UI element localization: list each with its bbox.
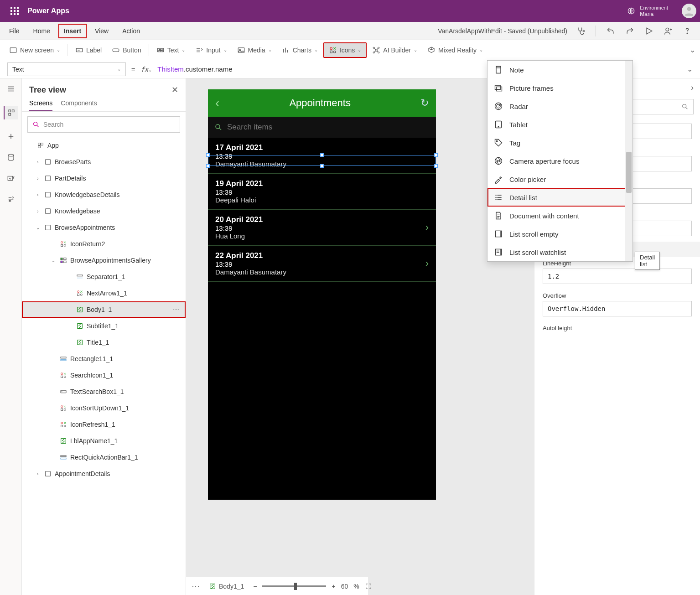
tree-row-PartDetails[interactable]: ›PartDetails [22, 170, 186, 186]
zoom-in-button[interactable]: + [332, 583, 335, 590]
icon-option-tablet[interactable]: Tablet [487, 115, 633, 134]
formula-input[interactable]: ThisItem.customer.name [157, 65, 232, 73]
undo-icon[interactable] [606, 26, 615, 36]
back-icon[interactable]: ‹ [215, 96, 219, 110]
svg-text:Abc: Abc [158, 49, 163, 52]
appointment-item[interactable]: 19 April 202113:39Deepali Haloi [208, 174, 436, 210]
hamburger-icon[interactable] [7, 85, 15, 93]
tree-search-input[interactable]: Search [27, 116, 180, 133]
data-icon[interactable] [7, 153, 15, 161]
tree-row-Title1_1[interactable]: Title1_1 [22, 334, 186, 351]
mixed-reality-button[interactable]: Mixed Reality⌄ [423, 43, 487, 57]
tree-row-App[interactable]: App [22, 137, 186, 154]
svg-rect-2 [17, 7, 19, 9]
props-chevron-icon[interactable]: › [691, 83, 694, 93]
ribbon-collapse-icon[interactable]: ⌄ [690, 46, 695, 54]
more-icon[interactable]: ⋯ [192, 581, 200, 591]
media-button[interactable]: Media⌄ [233, 43, 276, 57]
svg-rect-39 [46, 160, 51, 165]
tree-row-IconRefresh1_1[interactable]: IconRefresh1_1 [22, 416, 186, 433]
breadcrumb[interactable]: Body1_1 [209, 583, 244, 590]
fit-icon[interactable] [365, 583, 372, 590]
tree-row-NextArrow1_1[interactable]: NextArrow1_1 [22, 285, 186, 301]
tree-row-IconReturn2[interactable]: IconReturn2 [22, 236, 186, 252]
icon-option-list-scroll-watchlist[interactable]: List scroll watchlist [487, 243, 633, 261]
dropdown-scrollbar[interactable] [625, 61, 633, 261]
waffle-icon[interactable] [4, 7, 26, 15]
prop-lh[interactable]: 1.2 [543, 269, 692, 284]
tree-row-BrowseAppointmentsGallery[interactable]: ⌄BrowseAppointmentsGallery [22, 252, 186, 269]
play-icon[interactable] [644, 26, 653, 36]
svg-rect-50 [64, 261, 66, 263]
svg-rect-6 [10, 13, 12, 15]
appointment-item[interactable]: 22 April 202113:39Damayanti Basumatary› [208, 246, 436, 282]
menu-file[interactable]: File [4, 24, 25, 38]
avatar[interactable] [682, 4, 696, 18]
formula-expand-icon[interactable]: ⌄ [687, 65, 693, 73]
tree-row-TextSearchBox1_1[interactable]: TextSearchBox1_1 [22, 383, 186, 400]
svg-rect-47 [61, 258, 62, 260]
svg-rect-30 [12, 110, 14, 112]
tab-screens[interactable]: Screens [29, 99, 52, 111]
tree-row-Separator1_1[interactable]: Separator1_1 [22, 269, 186, 285]
svg-rect-72 [61, 458, 66, 459]
appointment-item[interactable]: 17 April 202113:39Damayanti Basumatary [208, 138, 436, 174]
redo-icon[interactable] [625, 26, 634, 36]
input-button[interactable]: Input⌄ [191, 43, 231, 57]
environment-picker[interactable]: Environment Maria [627, 5, 668, 17]
charts-button[interactable]: Charts⌄ [277, 43, 322, 57]
text-button[interactable]: Abc Text⌄ [152, 43, 190, 57]
settings-icon[interactable] [7, 195, 15, 203]
menu-view[interactable]: View [89, 24, 114, 38]
tree-row-AppointmentDetails[interactable]: ›AppointmentDetails [22, 466, 186, 482]
svg-point-44 [61, 242, 63, 243]
share-icon[interactable] [664, 26, 673, 36]
canvas[interactable]: ‹ Appointments ↻ Search items 17 April 2… [186, 78, 534, 595]
tree-row-SearchIcon1_1[interactable]: SearchIcon1_1 [22, 367, 186, 383]
new-screen-button[interactable]: New screen⌄ [5, 43, 65, 57]
icon-option-picture-frames[interactable]: Picture frames [487, 79, 633, 97]
icon-option-note[interactable]: Note [487, 61, 633, 79]
tree-row-KnowledgebaseDetails[interactable]: ›KnowledgebaseDetails [22, 186, 186, 203]
help-icon[interactable] [683, 26, 692, 36]
menu-action[interactable]: Action [117, 24, 145, 38]
zoom-slider[interactable] [262, 585, 326, 587]
icons-button[interactable]: Icons⌄ [323, 42, 367, 58]
icon-option-detail-list[interactable]: Detail list [487, 188, 633, 207]
tree-row-LblAppName1_1[interactable]: LblAppName1_1 [22, 433, 186, 449]
button-button[interactable]: Button [107, 43, 145, 57]
property-selector[interactable]: Text⌄ [7, 62, 126, 76]
tab-components[interactable]: Components [61, 99, 97, 111]
prop-ov[interactable]: Overflow.Hidden [543, 301, 692, 316]
tree-row-RectQuickActionBar1_1[interactable]: RectQuickActionBar1_1 [22, 449, 186, 466]
tree-row-Body1_1[interactable]: Body1_1⋯ [22, 301, 186, 318]
icon-option-list-scroll-empty[interactable]: List scroll empty [487, 225, 633, 243]
tree-row-Subtitle1_1[interactable]: Subtitle1_1 [22, 318, 186, 334]
tree-row-BrowseParts[interactable]: ›BrowseParts [22, 154, 186, 170]
phone-search[interactable]: Search items [208, 117, 436, 138]
menu-home[interactable]: Home [28, 24, 56, 38]
svg-rect-59 [61, 359, 66, 361]
appointment-item[interactable]: 20 April 202113:39Hua Long› [208, 210, 436, 246]
tree-row-Rectangle11_1[interactable]: Rectangle11_1 [22, 351, 186, 367]
tree-row-BrowseAppointments[interactable]: ⌄BrowseAppointments [22, 219, 186, 236]
zoom-out-button[interactable]: − [253, 583, 257, 590]
svg-rect-29 [9, 114, 11, 116]
icon-option-document-with-content[interactable]: Document with content [487, 207, 633, 225]
menu-insert[interactable]: Insert [58, 24, 87, 38]
icon-option-camera-aperture-focus[interactable]: Camera aperture focus [487, 152, 633, 170]
media-icon[interactable] [7, 174, 15, 182]
tree-view-icon[interactable] [4, 106, 18, 119]
tooltip: Detail list [635, 252, 660, 270]
refresh-icon[interactable]: ↻ [420, 97, 429, 109]
tree-row-IconSortUpDown1_1[interactable]: IconSortUpDown1_1 [22, 400, 186, 416]
ai-builder-button[interactable]: AI Builder⌄ [368, 43, 422, 57]
stethoscope-icon[interactable] [576, 26, 586, 36]
icon-option-color-picker[interactable]: Color picker [487, 170, 633, 188]
insert-icon[interactable] [7, 132, 15, 140]
icon-option-tag[interactable]: Tag [487, 134, 633, 152]
icon-option-radar[interactable]: Radar [487, 97, 633, 115]
label-button[interactable]: Label [71, 43, 106, 57]
close-icon[interactable]: ✕ [171, 85, 178, 95]
tree-row-Knowledgebase[interactable]: ›Knowledgebase [22, 203, 186, 219]
